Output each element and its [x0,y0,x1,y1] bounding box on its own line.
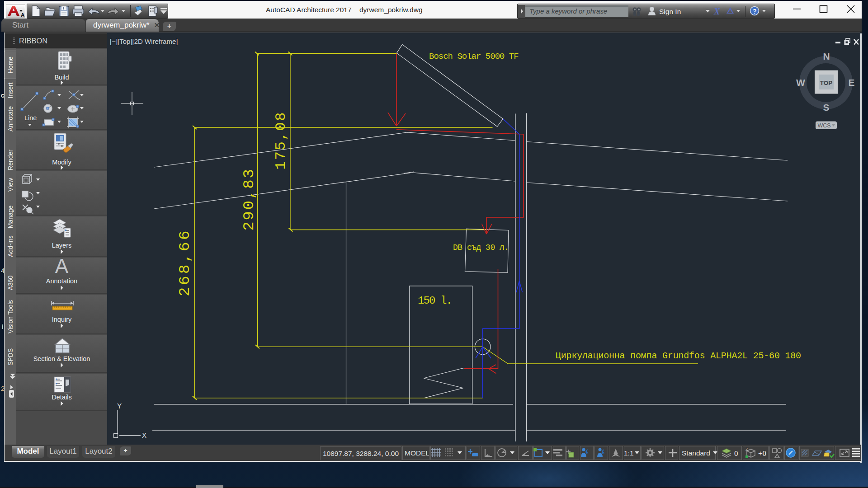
svg-text:Sign In: Sign In [659,8,681,15]
svg-text:Line: Line [24,114,37,122]
svg-text:Bosch Solar 5000 TF: Bosch Solar 5000 TF [429,52,519,61]
svg-text:175,08: 175,08 [273,111,289,170]
svg-text:X: X [713,6,720,16]
svg-text:150 l.: 150 l. [418,295,452,307]
svg-text:290,83: 290,83 [241,168,258,230]
svg-text:Z: Z [745,447,748,451]
svg-text:N: N [823,51,830,61]
svg-text:A: A [21,12,24,17]
svg-text:268,66: 268,66 [176,229,193,296]
svg-text:W: W [796,77,805,88]
svg-text:0: 0 [734,449,738,458]
svg-text:E: E [848,77,854,88]
svg-text:TOP: TOP [820,80,833,86]
svg-text:Type a keyword or phrase: Type a keyword or phrase [529,7,607,15]
svg-text:1:1: 1:1 [624,449,634,457]
svg-text:+0: +0 [758,449,766,458]
svg-text:X: X [142,432,146,440]
svg-text:Standard: Standard [682,449,710,457]
svg-text:Циркулационна помпа Grundfos A: Циркулационна помпа Grundfos ALPHA2L 25-… [556,351,801,361]
svg-text:WCS: WCS [817,122,830,129]
svg-text:S: S [823,102,829,113]
svg-text:DB съд 30 л.: DB съд 30 л. [453,243,509,252]
svg-text:Y: Y [117,402,122,411]
svg-text:?: ? [753,8,757,15]
